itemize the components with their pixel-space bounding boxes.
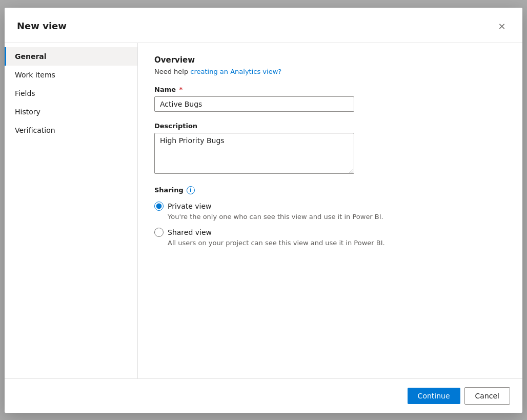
name-input[interactable] bbox=[154, 96, 354, 112]
dialog-body: General Work items Fields History Verifi… bbox=[5, 43, 522, 378]
sidebar-item-label: Fields bbox=[15, 89, 35, 97]
help-text: Need help creating an Analytics view? bbox=[154, 68, 506, 75]
required-indicator: * bbox=[177, 86, 183, 93]
name-label: Name * bbox=[154, 86, 506, 93]
private-view-text: Private view bbox=[168, 202, 212, 210]
private-view-desc: You're the only one who can see this vie… bbox=[168, 213, 506, 221]
name-field-group: Name * bbox=[154, 86, 506, 112]
new-view-dialog: New view × General Work items Fields His… bbox=[5, 8, 522, 413]
dialog-header: New view × bbox=[5, 8, 522, 43]
cancel-button[interactable]: Cancel bbox=[464, 387, 510, 405]
sidebar-item-label: History bbox=[15, 108, 40, 116]
dialog-footer: Continue Cancel bbox=[5, 378, 522, 413]
sidebar-item-label: Verification bbox=[15, 126, 55, 134]
private-view-radio[interactable] bbox=[154, 202, 164, 211]
sidebar-item-label: Work items bbox=[15, 71, 55, 79]
description-field-group: Description High Priority Bugs bbox=[154, 122, 506, 176]
sidebar-item-verification[interactable]: Verification bbox=[5, 121, 137, 139]
help-link[interactable]: creating an Analytics view? bbox=[190, 68, 281, 75]
close-button[interactable]: × bbox=[494, 18, 510, 34]
shared-view-text: Shared view bbox=[168, 228, 212, 236]
dialog-title: New view bbox=[17, 21, 67, 31]
sharing-section: Sharing i Private view You're the only o… bbox=[154, 186, 506, 247]
section-title: Overview bbox=[154, 55, 506, 65]
sidebar-item-history[interactable]: History bbox=[5, 103, 137, 121]
sidebar-item-label: General bbox=[15, 52, 47, 61]
private-view-label[interactable]: Private view bbox=[154, 202, 506, 211]
continue-button[interactable]: Continue bbox=[408, 388, 460, 404]
private-view-option: Private view You're the only one who can… bbox=[154, 202, 506, 221]
sidebar: General Work items Fields History Verifi… bbox=[5, 43, 138, 378]
close-icon: × bbox=[498, 21, 505, 31]
description-input[interactable]: High Priority Bugs bbox=[154, 133, 354, 174]
sharing-label-row: Sharing i bbox=[154, 186, 506, 194]
shared-view-option: Shared view All users on your project ca… bbox=[154, 228, 506, 247]
sidebar-item-work-items[interactable]: Work items bbox=[5, 66, 137, 84]
sidebar-item-general[interactable]: General bbox=[5, 47, 137, 66]
shared-view-label[interactable]: Shared view bbox=[154, 228, 506, 237]
content-area: Overview Need help creating an Analytics… bbox=[138, 43, 522, 378]
description-label: Description bbox=[154, 122, 506, 130]
sharing-label: Sharing bbox=[154, 186, 184, 194]
shared-view-desc: All users on your project can see this v… bbox=[168, 239, 506, 247]
sidebar-item-fields[interactable]: Fields bbox=[5, 84, 137, 103]
shared-view-radio[interactable] bbox=[154, 228, 164, 237]
info-icon[interactable]: i bbox=[187, 186, 195, 194]
